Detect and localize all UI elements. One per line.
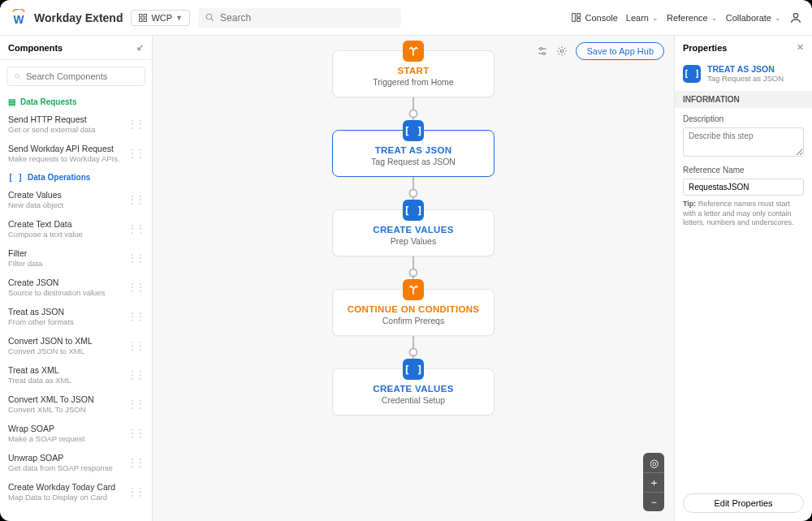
console-link[interactable]: Console	[571, 12, 617, 23]
svg-rect-1	[140, 14, 143, 17]
node-title: TREAT AS JSON	[343, 145, 484, 155]
component-title: Treat as JSON	[8, 307, 127, 316]
global-search[interactable]	[198, 8, 401, 28]
brackets-icon: [ ]	[403, 200, 424, 221]
reference-name-label: Reference Name	[683, 166, 804, 174]
drag-handle-icon[interactable]: ⋮⋮	[127, 486, 144, 497]
component-item[interactable]: Send Workday API Request Make requests t…	[0, 139, 152, 168]
description-label: Description	[683, 114, 804, 123]
sidebar-title: Components	[8, 43, 63, 53]
drag-handle-icon[interactable]: ⋮⋮	[127, 457, 144, 468]
drag-handle-icon[interactable]: ⋮⋮	[127, 340, 144, 351]
component-item[interactable]: Send HTTP Request Get or send external d…	[0, 110, 152, 139]
flow-node[interactable]: [ ] CREATE VALUES Credential Setup	[332, 368, 495, 416]
component-item[interactable]: Treat as XML Treat data as XML ⋮⋮	[0, 360, 152, 390]
gear-icon[interactable]	[556, 45, 568, 57]
component-desc: Filter data	[8, 259, 127, 268]
component-title: Convert JSON to XML	[8, 336, 127, 346]
drag-handle-icon[interactable]: ⋮⋮	[127, 398, 144, 410]
search-icon	[205, 12, 215, 23]
component-item[interactable]: Create JSON Source to destination values…	[0, 273, 152, 302]
brackets-icon: [ ]	[8, 173, 23, 182]
sidebar-search[interactable]	[6, 67, 145, 86]
component-title: Create Values	[8, 190, 127, 200]
drag-handle-icon[interactable]: ⋮⋮	[127, 369, 144, 381]
svg-rect-3	[140, 19, 143, 22]
node-subtitle: Confirm Prereqs	[343, 316, 484, 325]
flow-node[interactable]: CONTINUE ON CONDITIONS Confirm Prereqs	[332, 289, 495, 336]
drag-handle-icon[interactable]: ⋮⋮	[127, 311, 144, 322]
edit-properties-button[interactable]: Edit Properties	[683, 493, 804, 513]
component-item[interactable]: Create Values New data object ⋮⋮	[0, 185, 152, 214]
brackets-icon: [ ]	[403, 359, 424, 380]
flow-node[interactable]: START Triggered from Home	[332, 50, 495, 97]
component-desc: Convert JSON to XML	[8, 347, 127, 355]
component-desc: Convert XML To JSON	[8, 405, 127, 414]
collapse-icon[interactable]: ↙	[136, 42, 144, 53]
reference-name-input[interactable]	[683, 179, 804, 196]
component-desc: From other formats	[8, 317, 127, 326]
data-operations-section[interactable]: [ ] Data Operations	[0, 168, 152, 185]
component-item[interactable]: Treat as JSON From other formats ⋮⋮	[0, 302, 152, 331]
component-item[interactable]: Create Workday Today Card Map Data to Di…	[0, 477, 152, 506]
component-desc: New data object	[8, 200, 127, 209]
properties-section-header: INFORMATION	[675, 91, 812, 108]
console-label: Console	[585, 13, 617, 23]
component-desc: Make a SOAP request	[8, 434, 127, 443]
sidebar-search-input[interactable]	[26, 71, 138, 81]
drag-handle-icon[interactable]: ⋮⋮	[127, 118, 144, 130]
menu-learn[interactable]: Learn⌄	[626, 13, 659, 23]
zoom-target-button[interactable]: ◎	[643, 453, 664, 472]
component-item[interactable]: Convert JSON to XML Convert JSON to XML …	[0, 331, 152, 360]
user-icon	[789, 11, 802, 24]
svg-rect-4	[144, 19, 147, 22]
flow-canvas[interactable]: Save to App Hub START Triggered from Hom…	[153, 36, 674, 521]
component-item[interactable]: Wrap SOAP Make a SOAP request ⋮⋮	[0, 419, 152, 448]
node-subtitle: Tag Request as JSON	[343, 157, 484, 166]
svg-point-5	[206, 14, 211, 19]
global-search-input[interactable]	[220, 12, 395, 24]
drag-handle-icon[interactable]: ⋮⋮	[127, 428, 144, 439]
svg-point-16	[543, 52, 546, 54]
component-title: Wrap SOAP	[8, 424, 127, 433]
component-title: Convert XML To JSON	[8, 394, 127, 404]
menu-collaborate[interactable]: Collaborate⌄	[726, 13, 781, 23]
brackets-icon: [ ]	[683, 65, 701, 83]
svg-rect-8	[577, 14, 581, 17]
chevron-down-icon: ⌄	[775, 14, 781, 22]
description-textarea[interactable]	[683, 127, 804, 157]
component-title: Send Workday API Request	[8, 144, 127, 153]
top-bar: W Workday Extend WCP ▼ Console Learn⌄ Re…	[0, 0, 812, 36]
selected-node-title: TREAT AS JSON	[707, 64, 784, 74]
save-to-app-hub-button[interactable]: Save to App Hub	[576, 42, 664, 60]
user-menu[interactable]	[789, 11, 802, 24]
drag-handle-icon[interactable]: ⋮⋮	[127, 282, 144, 293]
node-title: START	[343, 66, 484, 75]
data-requests-section[interactable]: ▤ Data Requests	[0, 93, 152, 110]
flow-node[interactable]: [ ] TREAT AS JSON Tag Request as JSON	[332, 130, 495, 177]
svg-point-14	[540, 48, 542, 50]
wcp-label: WCP	[151, 13, 172, 23]
component-title: Unwrap SOAP	[8, 453, 127, 463]
svg-rect-2	[144, 14, 147, 17]
component-item[interactable]: Convert XML To JSON Convert XML To JSON …	[0, 390, 152, 419]
drag-handle-icon[interactable]: ⋮⋮	[127, 223, 144, 235]
zoom-in-button[interactable]: ＋	[643, 472, 664, 492]
component-item[interactable]: Create Text Data Compose a text value ⋮⋮	[0, 214, 152, 243]
flow-diagram: START Triggered from Home [ ] TREAT AS J…	[332, 50, 495, 416]
component-item[interactable]: Filter Filter data ⋮⋮	[0, 243, 152, 273]
component-desc: Map Data to Display on Card	[8, 493, 127, 502]
properties-title: Properties	[683, 43, 727, 53]
svg-line-6	[211, 19, 214, 21]
zoom-out-button[interactable]: －	[643, 492, 664, 511]
component-title: Send HTTP Request	[8, 114, 127, 124]
drag-handle-icon[interactable]: ⋮⋮	[127, 148, 144, 159]
drag-handle-icon[interactable]: ⋮⋮	[127, 194, 144, 205]
menu-reference[interactable]: Reference⌄	[667, 13, 718, 23]
drag-handle-icon[interactable]: ⋮⋮	[127, 252, 144, 264]
wcp-selector[interactable]: WCP ▼	[131, 10, 190, 26]
component-item[interactable]: Unwrap SOAP Get data from SOAP response …	[0, 448, 152, 477]
settings-sliders-icon[interactable]	[537, 45, 548, 57]
flow-node[interactable]: [ ] CREATE VALUES Prep Values	[332, 209, 495, 256]
close-icon[interactable]: ✕	[797, 42, 804, 53]
